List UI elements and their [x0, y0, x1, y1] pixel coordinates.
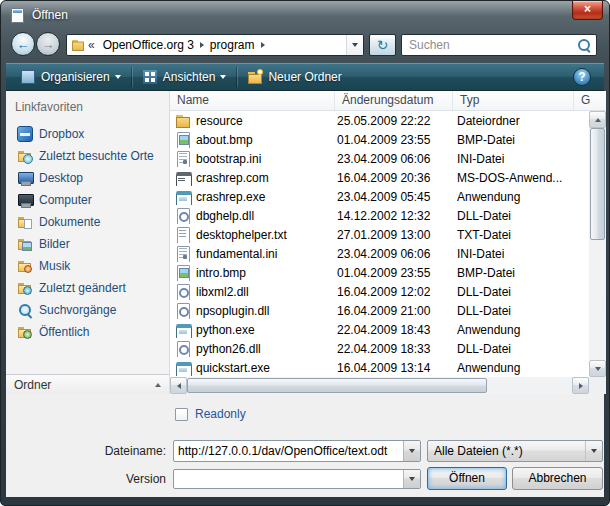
filetype-select[interactable]: Alle Dateien (*.*)	[427, 440, 603, 462]
arrow-right-icon	[579, 383, 583, 389]
help-button[interactable]: ?	[573, 68, 591, 86]
chevron-down-icon	[409, 477, 415, 481]
sidebar-item-suchvorgaenge[interactable]: Suchvorgänge	[6, 299, 169, 321]
file-row[interactable]: crashrep.com16.04.2009 20:36MS-DOS-Anwen…	[170, 168, 589, 187]
file-date: 14.12.2002 12:32	[335, 209, 453, 223]
vertical-scroll-thumb[interactable]	[590, 128, 605, 240]
breadcrumb-overflow-button[interactable]: «	[86, 38, 98, 52]
file-row[interactable]: bootstrap.ini23.04.2009 06:06INI-Datei	[170, 149, 589, 168]
filename-combobox[interactable]	[173, 440, 421, 462]
sidebar-favorites-list: DropboxZuletzt besuchte OrteDesktopCompu…	[6, 123, 169, 343]
file-type: DLL-Datei	[453, 342, 574, 356]
horizontal-scroll-thumb[interactable]	[187, 378, 487, 393]
breadcrumb[interactable]: « OpenOffice.org 3 program	[66, 34, 364, 56]
scroll-down-button[interactable]	[589, 360, 606, 377]
file-type: DLL-Datei	[453, 304, 574, 318]
scroll-up-button[interactable]	[589, 111, 606, 128]
column-header-row: Name Änderungsdatum Typ G	[170, 91, 606, 111]
search-icon[interactable]	[574, 35, 596, 55]
sidebar-item-bilder[interactable]: Bilder	[6, 233, 169, 255]
sidebar-item-musik[interactable]: Musik	[6, 255, 169, 277]
titlebar[interactable]: Öffnen ×	[1, 1, 609, 29]
version-input[interactable]	[174, 472, 403, 486]
close-button[interactable]: ×	[572, 1, 603, 20]
file-row[interactable]: npsoplugin.dll16.04.2009 21:00DLL-Datei	[170, 301, 589, 320]
vertical-scrollbar[interactable]	[589, 111, 606, 377]
filename-label: Dateiname:	[6, 440, 166, 462]
scroll-left-button[interactable]	[170, 377, 187, 394]
version-dropdown-button[interactable]	[403, 470, 420, 488]
file-name: python.exe	[196, 323, 255, 337]
desktop-icon	[17, 170, 33, 186]
search-box[interactable]	[401, 34, 597, 56]
ansichten-button[interactable]: Ansichten	[134, 65, 235, 89]
file-date: 23.04.2009 06:06	[335, 152, 453, 166]
sidebar-item-label: Suchvorgänge	[39, 303, 116, 317]
filename-input[interactable]	[174, 444, 403, 458]
dll-icon	[175, 284, 191, 300]
file-row[interactable]: python26.dll22.04.2009 18:33DLL-Datei	[170, 339, 589, 358]
msdos-icon	[175, 170, 191, 186]
file-type: INI-Datei	[453, 152, 574, 166]
column-header-type[interactable]: Typ	[453, 91, 574, 110]
folders-bar[interactable]: Ordner	[6, 374, 169, 394]
chevron-right-icon	[200, 42, 204, 48]
horizontal-scrollbar[interactable]	[170, 377, 589, 394]
readonly-checkbox[interactable]	[175, 408, 188, 421]
neuer-ordner-button[interactable]: Neuer Ordner	[239, 65, 349, 89]
file-row[interactable]: desktophelper.txt27.01.2009 13:00TXT-Dat…	[170, 225, 589, 244]
file-date: 23.04.2009 05:45	[335, 190, 453, 204]
search-input[interactable]	[402, 38, 574, 52]
recent-places-icon	[17, 148, 33, 164]
file-row[interactable]: libxml2.dll16.04.2009 12:02DLL-Datei	[170, 282, 589, 301]
column-header-name[interactable]: Name	[170, 91, 335, 110]
breadcrumb-item-program[interactable]: program	[205, 38, 260, 52]
cancel-button[interactable]: Abbrechen	[512, 467, 603, 490]
sidebar-item-label: Zuletzt geändert	[39, 281, 126, 295]
sidebar-item-dropbox[interactable]: Dropbox	[6, 123, 169, 145]
file-type: Anwendung	[453, 361, 574, 375]
sidebar-item-zuletzt-geaendert[interactable]: Zuletzt geändert	[6, 277, 169, 299]
sidebar-item-desktop[interactable]: Desktop	[6, 167, 169, 189]
file-row[interactable]: intro.bmp01.04.2009 23:55BMP-Datei	[170, 263, 589, 282]
refresh-icon: ↻	[377, 37, 389, 53]
column-header-date[interactable]: Änderungsdatum	[335, 91, 453, 110]
file-row[interactable]: fundamental.ini23.04.2009 06:06INI-Datei	[170, 244, 589, 263]
sidebar-item-zuletzt-besuchte-orte[interactable]: Zuletzt besuchte Orte	[6, 145, 169, 167]
file-row[interactable]: crashrep.exe23.04.2009 05:45Anwendung	[170, 187, 589, 206]
open-button[interactable]: Öffnen	[427, 467, 507, 490]
refresh-button[interactable]: ↻	[369, 34, 396, 56]
column-header-size[interactable]: G	[574, 91, 606, 110]
file-row[interactable]: quickstart.exe16.04.2009 13:14Anwendung	[170, 358, 589, 377]
back-arrow-icon: ←	[17, 37, 30, 52]
back-button[interactable]: ←	[11, 32, 35, 56]
organisieren-button[interactable]: Organisieren	[12, 65, 129, 89]
file-name: desktophelper.txt	[196, 228, 287, 242]
file-name: crashrep.com	[196, 171, 269, 185]
sidebar-item-label: Dokumente	[39, 215, 100, 229]
sidebar-item-dokumente[interactable]: Dokumente	[6, 211, 169, 233]
sidebar-item-label: Musik	[39, 259, 70, 273]
filename-dropdown-button[interactable]	[403, 441, 420, 461]
file-type: BMP-Datei	[453, 133, 574, 147]
readonly-label: Readonly	[195, 407, 246, 421]
dropbox-icon	[17, 126, 33, 142]
file-row[interactable]: about.bmp01.04.2009 23:55BMP-Datei	[170, 130, 589, 149]
breadcrumb-dropdown-button[interactable]	[346, 35, 363, 55]
forward-button[interactable]: →	[36, 32, 60, 56]
filetype-dropdown-button[interactable]	[585, 441, 602, 461]
file-row[interactable]: dbghelp.dll14.12.2002 12:32DLL-Datei	[170, 206, 589, 225]
scroll-right-button[interactable]	[572, 377, 589, 394]
dll-icon	[175, 303, 191, 319]
file-row[interactable]: python.exe22.04.2009 18:43Anwendung	[170, 320, 589, 339]
file-row[interactable]: resource25.05.2009 22:22Dateiordner	[170, 111, 589, 130]
file-date: 16.04.2009 21:00	[335, 304, 453, 318]
file-name: fundamental.ini	[196, 247, 277, 261]
exe-icon	[175, 360, 191, 376]
sidebar-item-computer[interactable]: Computer	[6, 189, 169, 211]
version-select[interactable]	[173, 469, 421, 489]
bmp-icon	[175, 132, 191, 148]
breadcrumb-item-openoffice[interactable]: OpenOffice.org 3	[98, 38, 199, 52]
sidebar-item-oeffentlich[interactable]: Öffentlich	[6, 321, 169, 343]
sidebar-item-label: Computer	[39, 193, 92, 207]
